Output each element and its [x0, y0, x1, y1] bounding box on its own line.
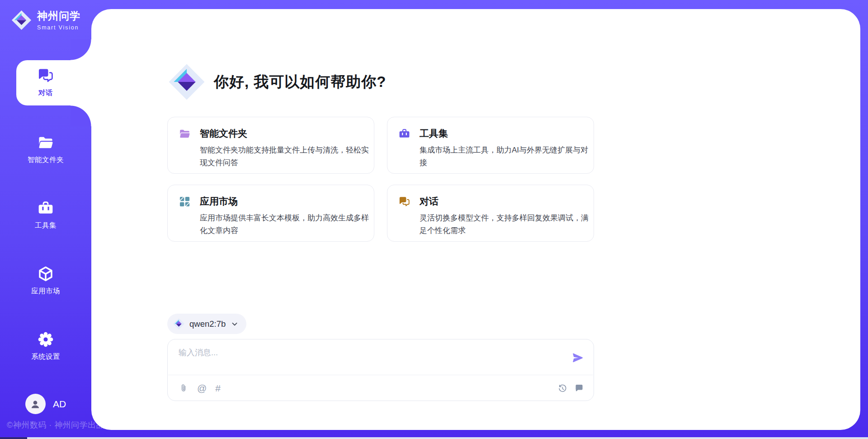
feature-cards: 智能文件夹 智能文件夹功能支持批量文件上传与清洗，轻松实现文件问答 工具集 集成… — [167, 117, 594, 242]
message-input[interactable] — [179, 347, 563, 371]
grid-icon — [179, 196, 191, 208]
avatar — [25, 394, 46, 414]
chat-icon — [37, 67, 54, 84]
gear-icon — [37, 331, 54, 348]
toolbox-icon — [398, 128, 410, 140]
assistant-logo-icon — [167, 62, 206, 101]
folder-icon — [179, 128, 191, 140]
card-smart-folder[interactable]: 智能文件夹 智能文件夹功能支持批量文件上传与清洗，轻松实现文件问答 — [167, 117, 374, 174]
topic-icon[interactable]: # — [215, 383, 221, 393]
sidebar: 神州问学 Smart Vision 对话 智能文件夹 工具集 应用市场 — [0, 0, 91, 439]
model-selector[interactable]: qwen2:7b — [167, 314, 246, 334]
greeting-text: 你好, 我可以如何帮助你? — [214, 72, 387, 92]
app-subtitle: Smart Vision — [37, 24, 80, 31]
app-logo: 神州问学 Smart Vision — [11, 9, 80, 31]
app-logo-text: 神州问学 Smart Vision — [37, 9, 80, 31]
attachment-icon[interactable] — [179, 383, 189, 393]
card-chat[interactable]: 对话 灵活切换多模型文件，支持多样回复效果调试，满足个性化需求 — [387, 185, 594, 242]
sidebar-item-label: 智能文件夹 — [28, 155, 64, 165]
app-logo-icon — [11, 10, 32, 31]
sidebar-item-app-market[interactable]: 应用市场 — [0, 265, 91, 296]
toolbox-icon — [37, 200, 54, 217]
sidebar-item-label: 系统设置 — [31, 352, 60, 362]
message-composer: @ # — [167, 339, 594, 401]
composer-divider — [168, 375, 593, 375]
history-icon[interactable] — [557, 383, 567, 393]
send-icon[interactable] — [572, 352, 584, 364]
composer-toolbar: @ # — [179, 381, 584, 396]
greeting-block: 你好, 我可以如何帮助你? — [167, 62, 387, 101]
cube-icon — [37, 265, 54, 282]
sidebar-item-label: 对话 — [38, 88, 53, 98]
card-app-market[interactable]: 应用市场 应用市场提供丰富长文本模板，助力高效生成多样化文章内容 — [167, 185, 374, 242]
app-title: 神州问学 — [37, 9, 80, 23]
sidebar-item-label: 工具集 — [35, 221, 57, 230]
sidebar-item-toolset[interactable]: 工具集 — [0, 200, 91, 230]
user-name: AD — [53, 399, 66, 410]
user-account[interactable]: AD — [0, 394, 91, 414]
folder-icon — [37, 134, 54, 151]
sidebar-item-smart-folder[interactable]: 智能文件夹 — [0, 134, 91, 165]
card-title: 对话 — [420, 195, 439, 208]
card-description: 应用市场提供丰富长文本模板，助力高效生成多样化文章内容 — [200, 212, 369, 237]
card-title: 智能文件夹 — [200, 127, 247, 140]
sidebar-item-settings[interactable]: 系统设置 — [0, 331, 91, 362]
card-toolset[interactable]: 工具集 集成市场上主流工具，助力AI与外界无缝扩展与对接 — [387, 117, 594, 174]
window-edge-light — [27, 437, 868, 439]
card-title: 工具集 — [420, 127, 448, 140]
card-description: 集成市场上主流工具，助力AI与外界无缝扩展与对接 — [420, 144, 589, 169]
window-edge-dark — [0, 437, 27, 439]
message-icon[interactable] — [574, 383, 584, 393]
copyright-footer: ©神州数码 · 神州问学出品 — [7, 420, 104, 430]
mention-icon[interactable]: @ — [197, 383, 207, 393]
chat-icon — [398, 196, 410, 208]
sidebar-item-chat[interactable]: 对话 — [0, 67, 91, 98]
model-name: qwen2:7b — [189, 319, 226, 329]
sidebar-item-label: 应用市场 — [31, 286, 60, 296]
card-description: 智能文件夹功能支持批量文件上传与清洗，轻松实现文件问答 — [200, 144, 369, 169]
card-title: 应用市场 — [200, 195, 238, 208]
chevron-down-icon — [230, 320, 239, 329]
person-icon — [29, 398, 41, 410]
card-description: 灵活切换多模型文件，支持多样回复效果调试，满足个性化需求 — [420, 212, 589, 237]
model-logo-icon — [173, 318, 185, 330]
